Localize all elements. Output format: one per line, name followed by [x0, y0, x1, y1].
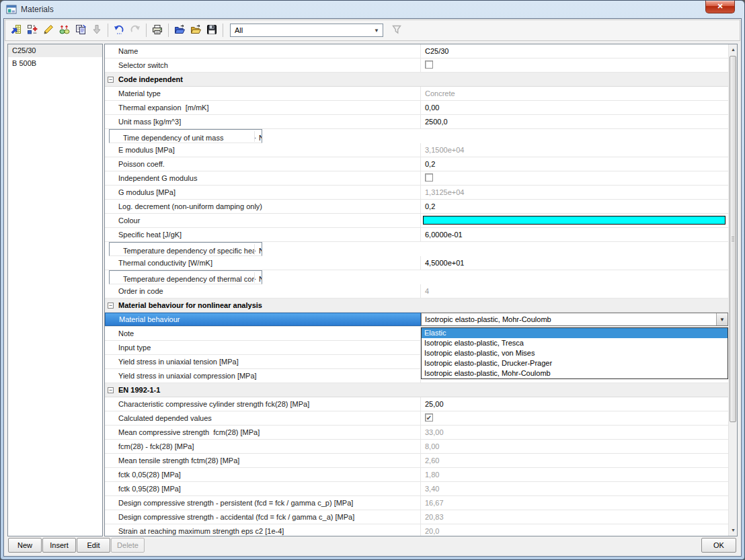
chevron-down-icon[interactable]: ▼	[372, 26, 381, 35]
property-row[interactable]: Mean compressive strength fcm(28) [MPa]3…	[105, 426, 728, 440]
property-value[interactable]: 33,00	[421, 426, 728, 439]
group-row[interactable]: −Material behaviour for nonlinear analys…	[105, 298, 728, 313]
property-value[interactable]: 20,83	[421, 510, 728, 524]
scroll-up-icon[interactable]: ▲	[729, 44, 738, 55]
property-row[interactable]: Time dependency of unit massNone▼...	[109, 129, 262, 143]
property-value[interactable]	[421, 214, 728, 227]
property-row[interactable]: Thermal conductivity [W/mK]4,5000e+01	[105, 256, 728, 270]
scroll-down-icon[interactable]: ▼	[729, 525, 738, 536]
checkbox[interactable]	[425, 61, 433, 69]
dropdown-arrow-icon[interactable]: ▼	[716, 313, 728, 325]
property-row[interactable]: fctk 0,95(28) [MPa]3,40	[105, 482, 728, 496]
property-value[interactable]: ✔	[421, 411, 728, 425]
property-row[interactable]: Strain at reaching maximum strength eps …	[105, 524, 728, 536]
property-value[interactable]: Isotropic elasto-plastic, Mohr-Coulomb▼	[421, 313, 728, 326]
property-value[interactable]: Concrete	[421, 87, 728, 100]
print-button[interactable]	[149, 22, 165, 38]
assign-material-button[interactable]	[89, 22, 105, 38]
property-row[interactable]: Log. decrement (non-uniform damping only…	[105, 200, 728, 214]
dropdown-item[interactable]: Elastic	[422, 328, 728, 338]
edit-button[interactable]: Edit	[77, 538, 110, 553]
dropdown-item[interactable]: Isotropic elasto-plastic, Mohr-Coulomb	[422, 368, 728, 378]
property-value[interactable]: 0,00	[421, 101, 728, 114]
new-material-button[interactable]	[8, 22, 24, 38]
property-row[interactable]: Independent G modulus	[105, 171, 728, 186]
property-value[interactable]: 8,00	[421, 440, 728, 453]
insert-button[interactable]: Insert	[42, 538, 76, 553]
property-value[interactable]: 1,3125e+04	[421, 186, 728, 199]
edit-material-button[interactable]	[40, 22, 56, 38]
group-row[interactable]: −Code independent	[105, 73, 728, 87]
collapse-icon[interactable]: −	[108, 387, 114, 393]
property-value[interactable]: 2500,0	[421, 115, 728, 128]
property-row[interactable]: Colour	[105, 214, 728, 228]
property-row[interactable]: fcm(28) - fck(28) [MPa]8,00	[105, 440, 728, 454]
close-button[interactable]: ✕	[705, 1, 735, 13]
insert-material-button[interactable]	[24, 22, 40, 38]
property-row[interactable]: Poisson coeff.0,2	[105, 157, 728, 171]
property-row[interactable]: G modulus [MPa]1,3125e+04	[105, 186, 728, 200]
property-row[interactable]: Material typeConcrete	[105, 87, 728, 101]
scrollbar-thumb[interactable]	[730, 56, 736, 422]
property-value[interactable]: 4,5000e+01	[421, 256, 728, 270]
property-row[interactable]: E modulus [MPa]3,1500e+04	[105, 143, 728, 157]
property-row[interactable]: Order in code4	[105, 284, 728, 298]
property-value[interactable]: 20,0	[421, 524, 728, 536]
redo-button[interactable]	[127, 22, 143, 38]
property-value[interactable]: None▼...	[255, 131, 262, 142]
filter-button[interactable]	[389, 22, 405, 38]
group-row[interactable]: −EN 1992-1-1	[105, 383, 728, 397]
ok-button[interactable]: OK	[701, 538, 736, 553]
checkbox[interactable]: ✔	[425, 413, 433, 422]
undo-button[interactable]	[111, 22, 127, 38]
property-row[interactable]: Temperature dependency of specific heatN…	[109, 242, 262, 256]
save-button[interactable]	[204, 22, 220, 38]
new-button[interactable]: New	[8, 538, 42, 553]
color-swatch[interactable]	[423, 216, 726, 225]
property-value[interactable]: 2,60	[421, 454, 728, 467]
property-value[interactable]	[421, 58, 728, 72]
filter-combo[interactable]: All ▼	[230, 24, 383, 37]
dropdown-item[interactable]: Isotropic elasto-plastic, Drucker-Prager	[422, 358, 728, 368]
combo-editor[interactable]: Isotropic elasto-plastic, Mohr-Coulomb▼	[421, 313, 728, 326]
ellipsis-button[interactable]: ...	[255, 273, 257, 281]
copy-material-button[interactable]	[73, 22, 89, 38]
property-row[interactable]: Design compressive strength - accidental…	[105, 510, 728, 524]
read-values-button[interactable]	[56, 22, 73, 38]
property-row[interactable]: Temperature dependency of thermal conduc…	[109, 270, 262, 284]
property-value[interactable]: 3,1500e+04	[421, 143, 728, 157]
ellipsis-button[interactable]: ...	[255, 132, 257, 140]
property-row[interactable]: Specific heat [J/gK]6,0000e-01	[105, 228, 728, 242]
collapse-icon[interactable]: −	[108, 77, 114, 83]
open-database-button[interactable]	[171, 22, 188, 38]
property-value[interactable]	[421, 171, 728, 185]
property-value[interactable]: None▼...	[255, 244, 262, 255]
material-list-item[interactable]: B 500B	[8, 57, 102, 70]
property-value[interactable]: 25,00	[421, 397, 728, 411]
property-row[interactable]: Unit mass [kg/m^3]2500,0	[105, 115, 728, 129]
property-value[interactable]: 3,40	[421, 482, 728, 495]
property-row[interactable]: Selector switch	[105, 58, 728, 73]
property-row[interactable]: NameC25/30	[105, 44, 728, 58]
title-bar[interactable]: Materials ✕	[1, 1, 744, 18]
delete-button[interactable]: Delete	[111, 538, 145, 553]
property-row[interactable]: Design compressive strength - persistent…	[105, 496, 728, 510]
property-row[interactable]: Mean tensile strength fctm(28) [MPa]2,60	[105, 454, 728, 468]
ellipsis-button[interactable]: ...	[255, 245, 257, 253]
dropdown-item[interactable]: Isotropic elasto-plastic, Tresca	[422, 338, 728, 348]
property-row[interactable]: Characteristic compressive cylinder stre…	[105, 397, 728, 411]
property-value[interactable]: 0,2	[421, 200, 728, 213]
dropdown-item[interactable]: Isotropic elasto-plastic, von Mises	[422, 348, 728, 358]
property-value[interactable]: 4	[421, 284, 728, 298]
checkbox[interactable]	[425, 173, 433, 182]
property-value[interactable]: 6,0000e-01	[421, 228, 728, 241]
property-value[interactable]: 0,2	[421, 157, 728, 171]
vertical-scrollbar[interactable]: ▲ ▼	[728, 44, 737, 536]
property-value[interactable]: None▼...	[255, 272, 262, 283]
property-row[interactable]: Calculated depended values✔	[105, 411, 728, 426]
property-value[interactable]: 1,80	[421, 468, 728, 481]
property-value[interactable]: 16,67	[421, 496, 728, 510]
material-list-item[interactable]: C25/30	[8, 44, 102, 57]
open-file-button[interactable]	[188, 22, 204, 38]
property-row[interactable]: Material behaviourIsotropic elasto-plast…	[105, 313, 728, 327]
